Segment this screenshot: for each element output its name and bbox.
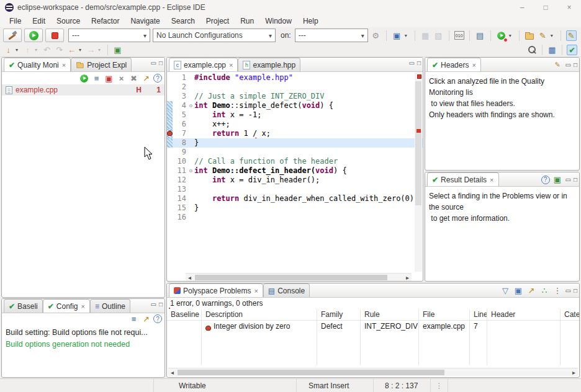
menu-edit[interactable]: Edit <box>27 17 51 25</box>
help-icon[interactable]: ? <box>153 314 162 323</box>
code-line-3[interactable]: 3// Just a simple INT_ZERO_DIV <box>167 92 423 101</box>
menu-source[interactable]: Source <box>51 17 86 25</box>
tab-console[interactable]: ▤ Console <box>263 283 310 297</box>
code-line-14[interactable]: 14 return div_in_header_when_called_with… <box>167 194 423 203</box>
wand-icon[interactable]: ✎ <box>538 30 548 41</box>
console-view-icon[interactable]: ▤ <box>475 30 485 41</box>
fold-minus-icon[interactable]: ⊖ <box>187 166 194 176</box>
minimize-view-icon[interactable]: ▭ <box>409 60 415 66</box>
window-maximize-button[interactable]: □ <box>534 0 557 15</box>
editor-horizontal-scrollbar[interactable]: ◂ ▸ <box>186 273 412 281</box>
code-line-4[interactable]: 4⊖int Demo::simple_defect(void) { <box>167 101 423 110</box>
column-header-description[interactable]: Description <box>202 309 317 320</box>
messages-icon[interactable]: ≡ <box>91 73 102 84</box>
tab-polyspace-problems[interactable]: Polyspace Problems × <box>169 283 263 297</box>
copy-results-icon[interactable]: ▣ <box>104 73 114 84</box>
maximize-view-icon[interactable]: □ <box>159 60 163 66</box>
pin-editor-icon[interactable]: ▣ <box>112 45 123 55</box>
close-icon[interactable]: × <box>62 61 66 69</box>
menu-help[interactable]: Help <box>297 17 324 25</box>
code-editor[interactable]: 1#include "example.hpp"23// Just a simpl… <box>167 72 423 222</box>
close-icon[interactable]: × <box>229 61 233 69</box>
open-folder-icon[interactable] <box>525 30 535 41</box>
search-icon[interactable] <box>527 45 538 55</box>
tab-baseline[interactable]: ✔ Baseli <box>4 299 43 313</box>
menu-file[interactable]: File <box>4 17 27 25</box>
code-line-8[interactable]: 8} <box>167 138 423 148</box>
tab-project-explorer[interactable]: Project Expl <box>71 58 132 71</box>
maximize-view-icon[interactable]: □ <box>574 176 577 183</box>
bug-marker-icon[interactable] <box>167 131 173 136</box>
target-gear-icon[interactable]: ⚙ <box>371 30 381 41</box>
scroll-right-icon[interactable]: ▸ <box>403 274 412 281</box>
overview-line7-marker[interactable] <box>417 129 421 133</box>
back-history-icon[interactable]: ← <box>66 45 77 55</box>
polyspace-perspective-icon[interactable]: ✔ <box>567 45 577 55</box>
column-header-family[interactable]: Family <box>317 309 361 320</box>
column-header-line[interactable]: Line <box>470 309 487 320</box>
new-wizard-dropdown-icon[interactable]: ▾ <box>405 33 410 38</box>
tab-quality-monitoring[interactable]: ✔ Quality Moni × <box>4 58 71 71</box>
run-external-icon[interactable] <box>496 30 507 41</box>
close-icon[interactable]: × <box>254 287 258 295</box>
new-wizard-icon[interactable]: ▣ <box>392 30 402 41</box>
column-header-file[interactable]: File <box>419 309 470 320</box>
open-in-window-icon[interactable]: ▣ <box>552 174 563 185</box>
minimize-view-icon[interactable]: ▭ <box>151 301 156 308</box>
menu-refactor[interactable]: Refactor <box>86 17 125 25</box>
export-icon[interactable]: ↗ <box>141 314 151 324</box>
close-icon[interactable]: × <box>472 61 475 69</box>
code-line-2[interactable]: 2 <box>167 82 423 92</box>
scroll-left-icon[interactable]: ◂ <box>186 274 194 281</box>
code-line-16[interactable]: 16 <box>167 213 423 222</box>
focus-console-icon[interactable]: ▣ <box>513 285 524 296</box>
code-line-1[interactable]: 1#include "example.hpp" <box>167 73 423 82</box>
launch-target-combo[interactable]: --- ▾ <box>295 29 368 42</box>
column-header-cate[interactable]: Cate <box>561 309 580 320</box>
back-history-dropdown-icon[interactable]: ▾ <box>79 47 84 53</box>
paintbrush-toggle-icon[interactable]: ✎ <box>566 30 577 41</box>
maximize-view-icon[interactable]: □ <box>417 60 421 66</box>
code-line-9[interactable]: 9 <box>167 148 423 157</box>
status-overflow-icon[interactable]: ⋮ <box>436 381 443 390</box>
build-config-combo[interactable]: --- ▾ <box>68 29 150 42</box>
next-annotation-dropdown-icon[interactable]: ▾ <box>16 47 20 53</box>
code-line-7[interactable]: 7 return 1 / x; <box>167 129 423 138</box>
last-edit-back-icon[interactable]: ↶ <box>42 45 52 55</box>
run-external-dropdown-icon[interactable]: ▾ <box>509 33 514 38</box>
tab-editor-example-cpp[interactable]: c example.cpp × <box>169 58 238 71</box>
menu-run[interactable]: Run <box>235 17 259 25</box>
minimize-view-icon[interactable]: ▭ <box>565 287 571 294</box>
binary-file-icon[interactable]: 010 <box>454 31 464 40</box>
column-header-baseline[interactable]: Baseline <box>167 309 202 320</box>
menu-search[interactable]: Search <box>166 17 200 25</box>
window-close-button[interactable]: × <box>557 0 581 15</box>
close-icon[interactable]: × <box>490 176 493 184</box>
wand-dropdown-icon[interactable]: ▾ <box>551 33 556 38</box>
export-icon[interactable]: ↗ <box>526 285 537 296</box>
help-icon[interactable]: ? <box>153 74 162 82</box>
help-icon[interactable]: ? <box>541 176 550 184</box>
column-header-header[interactable]: Header <box>487 309 561 320</box>
remove-all-icon[interactable]: ✖ <box>128 73 139 84</box>
code-line-15[interactable]: 15} <box>167 203 423 213</box>
save-icon[interactable]: ▦ <box>420 30 431 41</box>
maximize-view-icon[interactable]: □ <box>574 287 577 294</box>
tab-editor-example-hpp[interactable]: h example.hpp <box>238 58 300 71</box>
remove-icon[interactable]: × <box>116 73 127 84</box>
scroll-left-icon[interactable]: ◂ <box>168 369 176 376</box>
link-with-editor-icon[interactable]: ∴ <box>539 285 550 296</box>
list-options-icon[interactable]: ≡ <box>128 314 139 324</box>
export-icon[interactable]: ↗ <box>141 73 151 84</box>
overview-error-marker[interactable] <box>417 74 421 79</box>
problems-horizontal-scrollbar[interactable]: ◂ ▸ <box>168 368 578 376</box>
minimize-view-icon[interactable]: ▭ <box>565 61 571 68</box>
last-edit-forward-icon[interactable]: ↷ <box>54 45 65 55</box>
view-menu-icon[interactable]: ⋮ <box>552 285 563 296</box>
code-line-11[interactable]: 11⊖int Demo::defect_in_header(void) { <box>167 166 423 176</box>
filter-icon[interactable]: ▽ <box>500 285 511 296</box>
maximize-view-icon[interactable]: □ <box>574 61 577 68</box>
launch-config-combo[interactable]: No Launch Configurations ▾ <box>153 29 276 42</box>
close-icon[interactable]: × <box>81 303 85 310</box>
code-line-5[interactable]: 5 int x = -1; <box>167 110 423 120</box>
